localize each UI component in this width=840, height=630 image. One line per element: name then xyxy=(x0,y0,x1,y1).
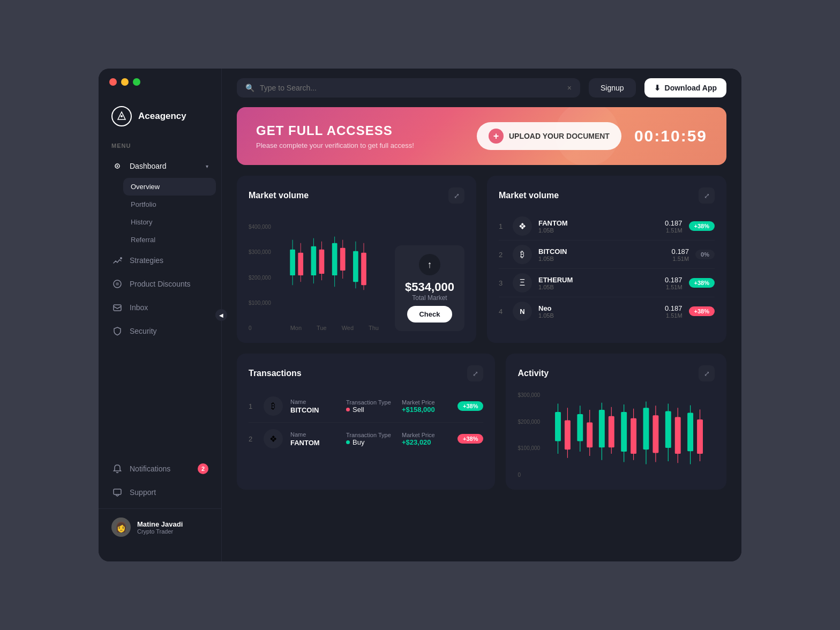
dot-red[interactable] xyxy=(109,78,117,86)
subnav-overview[interactable]: Overview xyxy=(123,178,216,196)
inbox-label: Inbox xyxy=(130,303,148,312)
y-label-300k: $300,000 xyxy=(249,249,271,255)
market-total-amount: $534,000 xyxy=(405,280,454,294)
svg-rect-13 xyxy=(311,246,316,275)
ethereum-name: ETHERUM xyxy=(538,276,658,284)
act-y-0: 0 xyxy=(518,472,540,478)
y-label-0: 0 xyxy=(249,325,271,331)
svg-rect-6 xyxy=(114,305,121,311)
discounts-label: Product Discounts xyxy=(130,280,191,288)
tx-price-value-1: +$158,000 xyxy=(402,406,450,414)
svg-rect-47 xyxy=(675,417,681,454)
y-label-100k: $100,000 xyxy=(249,300,271,306)
neo-market: 1.05B xyxy=(538,312,658,319)
svg-rect-33 xyxy=(599,410,605,447)
sidebar-item-strategies[interactable]: Strategies xyxy=(99,249,221,272)
y-label-200k: $200,000 xyxy=(249,275,271,281)
sidebar-item-dashboard[interactable]: Dashboard ▾ xyxy=(99,154,221,178)
activity-expand-button[interactable]: ⤢ xyxy=(699,365,715,381)
search-input[interactable] xyxy=(260,84,562,92)
sidebar-item-dashboard-label: Dashboard xyxy=(130,162,167,170)
sidebar-item-security[interactable]: Security xyxy=(99,319,221,343)
neo-icon: N xyxy=(513,302,532,321)
chart-expand-button[interactable]: ⤢ xyxy=(448,188,464,204)
transactions-title: Transactions xyxy=(249,369,302,378)
header: 🔍 × Signup ⬇ Download App xyxy=(222,69,741,107)
fantom-price: 0.187 xyxy=(665,219,682,227)
bitcoin-price: 0.187 xyxy=(672,248,689,256)
sell-dot-icon xyxy=(346,408,350,411)
sidebar-item-support[interactable]: Support xyxy=(99,481,221,504)
bitcoin-volume: 1.51M xyxy=(672,256,689,262)
dot-yellow[interactable] xyxy=(121,78,129,86)
svg-rect-41 xyxy=(643,408,649,449)
banner-timer: 00:10:59 xyxy=(634,127,707,145)
market-list-expand-button[interactable]: ⤢ xyxy=(699,188,715,204)
tx-type-text-1: Sell xyxy=(352,406,364,414)
svg-rect-51 xyxy=(697,419,703,454)
fantom-badge: +38% xyxy=(689,221,715,231)
content-area: GET FULL ACCSESS Please complete your ve… xyxy=(222,107,741,561)
svg-point-0 xyxy=(121,115,123,117)
dashboard-chevron-icon: ▾ xyxy=(206,163,208,169)
activity-card: Activity ⤢ $300,000 $200,000 $100,000 0 xyxy=(506,354,726,490)
x-label-wed: Wed xyxy=(342,325,354,331)
user-profile[interactable]: 👩 Matine Javadi Crypto Trader xyxy=(99,508,221,545)
sidebar-item-notifications[interactable]: Notifications 2 xyxy=(99,457,221,481)
bitcoin-badge: 0% xyxy=(695,250,715,259)
market-volume-chart-card: Market volume ⤢ $400,000 $300,000 $200,0… xyxy=(237,176,476,343)
subnav-portfolio[interactable]: Portfolio xyxy=(118,196,221,213)
upload-plus-icon: + xyxy=(489,129,504,144)
svg-rect-37 xyxy=(621,412,627,452)
tx-price-value-2: +$23,020 xyxy=(402,438,450,446)
svg-rect-9 xyxy=(290,250,295,275)
chart-card-header: Market volume ⤢ xyxy=(249,188,464,204)
support-label: Support xyxy=(130,488,156,497)
svg-rect-35 xyxy=(609,416,614,447)
transaction-row: 1 ₿ Name BITCOIN Transaction Type Sell xyxy=(249,390,483,423)
signup-button[interactable]: Signup xyxy=(589,78,636,98)
svg-rect-7 xyxy=(114,489,121,494)
subnav-referral[interactable]: Referral xyxy=(118,231,221,249)
transaction-row: 2 ❖ Name FANTOM Transaction Type Buy xyxy=(249,423,483,455)
market-arrow-icon: ↑ xyxy=(419,254,440,275)
market-rank-3: 3 xyxy=(499,279,506,287)
sidebar-item-product-discounts[interactable]: Product Discounts xyxy=(99,272,221,296)
brand-logo xyxy=(111,106,132,126)
dashboard-subnav: Overview Portfolio History Referral xyxy=(99,178,221,249)
bitcoin-icon: ₿ xyxy=(513,245,532,264)
subnav-history[interactable]: History xyxy=(118,213,221,231)
neo-volume: 1.51M xyxy=(665,312,682,319)
search-clear-button[interactable]: × xyxy=(567,84,572,92)
tx-type-value-1: Sell xyxy=(346,406,394,414)
svg-rect-27 xyxy=(565,421,571,450)
dot-green[interactable] xyxy=(133,78,140,86)
activity-y-labels: $300,000 $200,000 $100,000 0 xyxy=(518,392,540,478)
collapse-icon: ◀ xyxy=(219,312,223,318)
ethereum-info: ETHERUM 1.05B xyxy=(538,276,658,290)
upload-document-button[interactable]: + UPLOAD YOUR DOCUMENT xyxy=(477,122,621,150)
sidebar-collapse-button[interactable]: ◀ xyxy=(215,309,227,321)
x-label-thu: Thu xyxy=(369,325,379,331)
activity-candlestick xyxy=(548,390,715,478)
strategies-label: Strategies xyxy=(130,256,163,265)
candlestick-chart: Mon Tue Wed Thu xyxy=(283,212,386,331)
user-name: Matine Javadi xyxy=(137,520,183,528)
notification-badge: 2 xyxy=(198,463,208,474)
sidebar-item-inbox[interactable]: Inbox xyxy=(99,296,221,319)
check-button[interactable]: Check xyxy=(407,306,452,322)
ethereum-value: 0.187 1.51M xyxy=(665,276,682,290)
tx-price-col-2: Market Price +$23,020 xyxy=(402,432,450,446)
candlestick-svg xyxy=(283,212,386,319)
app-window: Aceagency MENU Dashboard ▾ Overview Port… xyxy=(99,69,741,561)
tx-type-text-2: Buy xyxy=(352,438,364,446)
tx-type-label-2: Transaction Type xyxy=(346,432,394,438)
download-app-button[interactable]: ⬇ Download App xyxy=(644,78,726,98)
title-bar xyxy=(109,78,140,86)
svg-point-5 xyxy=(116,282,119,286)
transactions-expand-button[interactable]: ⤢ xyxy=(467,365,483,381)
ethereum-price: 0.187 xyxy=(665,276,682,284)
user-info: Matine Javadi Crypto Trader xyxy=(137,520,183,535)
market-total-label: Total Market xyxy=(405,294,454,302)
tx-num-2: 2 xyxy=(249,435,256,443)
